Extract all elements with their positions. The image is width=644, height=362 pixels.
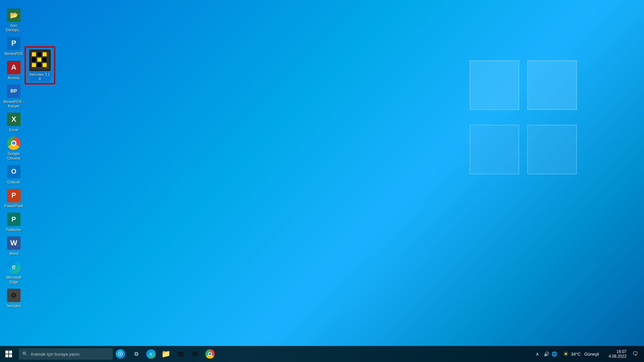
powerpoint-label: PowerPoint [4, 204, 23, 208]
start-button[interactable] [0, 346, 17, 362]
desktop-icons-col1: 📂 Gen Dönüşü... P BenimPOS A Access BP B… [0, 3, 28, 314]
publisher-icon: P [7, 212, 21, 226]
cortana-button[interactable] [114, 346, 129, 362]
mail-taskbar-icon: ✉ [192, 350, 198, 358]
svg-rect-3 [43, 52, 47, 56]
hercules-selected-label: hercules 3.28 [30, 72, 50, 81]
icon-outlook[interactable]: O Outlook [2, 163, 26, 186]
svg-rect-14 [9, 354, 12, 357]
cortana-logo [118, 352, 123, 356]
taskbar-store[interactable]: 🛍 [173, 346, 188, 362]
store-taskbar-icon: 🛍 [177, 350, 184, 358]
hercules-bottom-icon: ⚙ [7, 288, 21, 302]
weather-icon: ☀ [563, 350, 569, 358]
outlook-label: Outlook [7, 180, 20, 184]
svg-rect-8 [37, 63, 41, 67]
google-chrome-icon [7, 136, 21, 150]
svg-rect-7 [32, 63, 36, 67]
chrome-taskbar-icon [205, 349, 215, 359]
svg-rect-6 [43, 58, 47, 62]
explorer-taskbar-icon: 📁 [161, 350, 170, 358]
google-chrome-label: GoogleChrome [7, 152, 20, 160]
svg-rect-1 [32, 52, 36, 56]
svg-rect-12 [9, 351, 12, 354]
outlook-icon: O [7, 165, 21, 179]
systray: ∧ 🔊 🌐 ☀ 34°C Güneşli 16:07 4.08.2022 🗨 [533, 346, 644, 362]
svg-rect-9 [43, 63, 47, 67]
svg-rect-11 [5, 351, 8, 354]
excel-icon: X [7, 112, 21, 126]
word-label: Word [9, 251, 18, 256]
weather-desc: Güneşli [584, 352, 599, 357]
word-icon: W [7, 236, 21, 250]
hercules-bottom-label: hercules [7, 304, 21, 308]
svg-point-16 [120, 353, 121, 355]
hercules-selected-icon: H [29, 50, 51, 71]
icon-powerpoint[interactable]: P PowerPoint [2, 187, 26, 209]
chevron-up-icon: ∧ [536, 351, 539, 357]
powerpoint-icon: P [7, 188, 21, 202]
icon-hercules-selected[interactable]: H hercules 3.28 [25, 47, 55, 84]
edge-label: MicrosoftEdge [6, 275, 21, 284]
gen-donusum-icon: 📂 [7, 8, 21, 22]
publisher-label: Publisher [6, 228, 21, 232]
icon-excel[interactable]: X Excel [2, 111, 26, 133]
taskbar-edge[interactable]: e [144, 346, 158, 362]
benimpos-label: BenimPOS [5, 52, 23, 56]
search-icon: 🔍 [22, 351, 28, 357]
access-icon: A [7, 60, 21, 74]
task-view-icon: ⧉ [135, 351, 138, 357]
excel-label: Excel [9, 128, 18, 132]
systray-show-hidden[interactable]: ∧ [533, 346, 541, 362]
icon-access[interactable]: A Access [2, 59, 26, 81]
svg-rect-2 [37, 52, 41, 56]
weather-info: 34°C Güneşli [571, 352, 599, 357]
taskbar-mail[interactable]: ✉ [188, 346, 203, 362]
edge-icon: e [7, 260, 21, 274]
speaker-icon: 🔊 [544, 351, 549, 357]
access-label: Access [8, 76, 19, 80]
notification-center-button[interactable]: 🗨 [629, 346, 641, 362]
network-icon: 🌐 [551, 351, 557, 357]
cortana-icon [116, 349, 125, 359]
systray-system-icons[interactable]: 🔊 🌐 [541, 346, 559, 362]
icon-gen-donusum[interactable]: 📂 Gen Dönüşü... [2, 7, 26, 34]
taskbar-chrome[interactable] [203, 346, 217, 362]
edge-taskbar-icon: e [146, 349, 156, 359]
search-placeholder: Aramak için buraya yazın [31, 352, 79, 357]
icon-word[interactable]: W Word [2, 235, 26, 257]
notification-icon: 🗨 [633, 351, 638, 357]
benimpos-icon: P [7, 36, 21, 50]
svg-text:H: H [39, 59, 41, 62]
clock[interactable]: 16:07 4.08.2022 [602, 346, 629, 362]
icon-hercules-bottom[interactable]: ⚙ hercules [2, 287, 26, 309]
taskbar: 🔍 Aramak için buraya yazın ⧉ e 📁 🛍 ✉ [0, 346, 644, 362]
benimpos-kasyer-icon: BP [7, 84, 21, 98]
benimpos-kasyer-label: BenimPOS -Kasyer [3, 100, 24, 108]
taskbar-explorer[interactable]: 📁 [158, 346, 173, 362]
taskbar-search[interactable]: 🔍 Aramak için buraya yazın [19, 348, 113, 360]
task-view-button[interactable]: ⧉ [129, 346, 144, 362]
svg-rect-13 [5, 354, 8, 357]
icon-benimpos-kasyer[interactable]: BP BenimPOS -Kasyer [2, 83, 26, 110]
gen-donusum-label: Gen Dönüşü... [3, 23, 24, 32]
icon-google-chrome[interactable]: GoogleChrome [2, 135, 26, 162]
start-icon [5, 351, 12, 357]
icon-publisher[interactable]: P Publisher [2, 211, 26, 233]
weather-temp: 34°C [571, 352, 581, 357]
hercules-icon-svg: H [31, 51, 49, 70]
icon-edge[interactable]: e MicrosoftEdge [2, 258, 26, 285]
icon-benimpos[interactable]: P BenimPOS [2, 35, 26, 57]
clock-time: 16:07 [616, 349, 627, 354]
svg-rect-4 [32, 58, 36, 62]
weather-widget[interactable]: ☀ 34°C Güneşli [559, 346, 602, 362]
clock-date: 4.08.2022 [609, 354, 627, 359]
